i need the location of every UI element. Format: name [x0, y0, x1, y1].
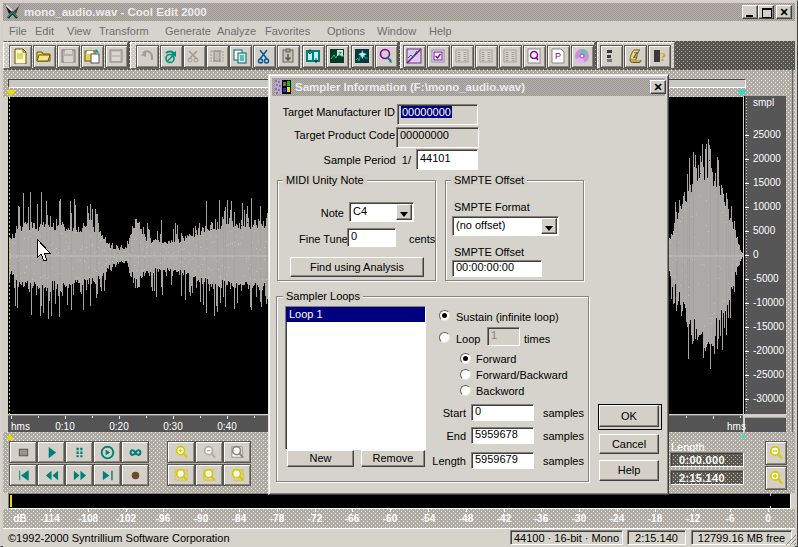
svg-text:P: P: [555, 51, 561, 61]
svg-text:?: ?: [660, 50, 666, 64]
svg-text:Z: Z: [338, 51, 342, 57]
svg-text:Z: Z: [633, 51, 638, 60]
